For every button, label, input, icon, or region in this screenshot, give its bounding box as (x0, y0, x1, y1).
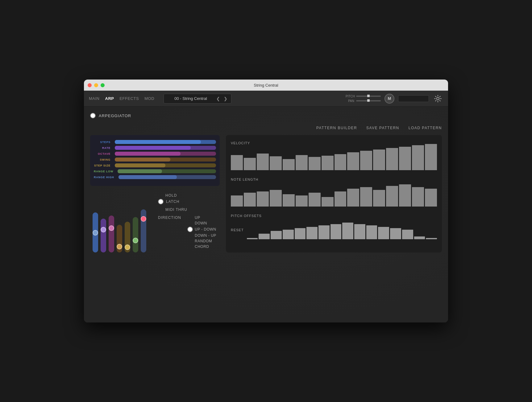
pitch-pan-area: PITCH PAN (346, 95, 381, 103)
octave-slider[interactable] (115, 152, 216, 156)
direction-section: DIRECTION UP DOWN UP - DOWN DOWN - UP (158, 215, 216, 249)
vs-steps[interactable] (93, 197, 98, 252)
notelength-chart[interactable] (231, 182, 437, 207)
dir-updown-radio[interactable] (187, 227, 193, 232)
pan-slider[interactable] (356, 100, 381, 101)
dir-chord[interactable]: CHORD (195, 244, 216, 249)
notelength-section: NOTE LENGTH (231, 176, 437, 207)
left-panel: STEPS RATE OCTAVE (90, 135, 220, 252)
arp-label: ARPEGGIATOR (99, 113, 131, 118)
macro-area[interactable] (398, 95, 429, 102)
stepsize-label: STEP SIZE (94, 164, 112, 167)
dir-up[interactable]: UP (195, 215, 216, 220)
preset-next[interactable]: ❯ (222, 96, 229, 102)
vs-swing[interactable] (117, 197, 122, 252)
traffic-lights (88, 83, 105, 87)
pitch-row: PITCH (346, 95, 381, 98)
rangehigh-slider[interactable] (118, 175, 216, 179)
direction-options: UP DOWN UP - DOWN DOWN - UP RANDOM CHORD (187, 215, 216, 249)
close-button[interactable] (88, 83, 92, 87)
midi-thru-label: MIDI THRU (165, 207, 216, 212)
notelength-label: NOTE LENGTH (231, 178, 258, 181)
swing-slider-row: SWING (94, 158, 216, 162)
vs-rangehigh[interactable] (141, 197, 146, 252)
pitch-thumb (367, 95, 370, 97)
dir-updown[interactable]: UP - DOWN (195, 227, 216, 232)
tab-main[interactable]: MAIN (89, 95, 100, 102)
pitch-section: PITCH OFFSETS RESET (231, 213, 437, 239)
pitch-row: RESET (231, 221, 437, 239)
swing-slider[interactable] (115, 158, 216, 162)
pan-thumb (367, 99, 370, 102)
sliders-section: STEPS RATE OCTAVE (90, 135, 220, 186)
vs-octave[interactable] (109, 197, 114, 252)
vs-rate[interactable] (101, 197, 106, 252)
toolbar-right: PITCH PAN M (346, 93, 443, 104)
dir-downup[interactable]: DOWN - UP (195, 233, 216, 238)
steps-label: STEPS (94, 141, 112, 144)
dir-updown-row: UP - DOWN (187, 227, 216, 232)
latch-radio[interactable] (158, 199, 164, 204)
arp-toggle-dot[interactable] (90, 113, 96, 118)
stepsize-slider[interactable] (115, 163, 216, 167)
m-button[interactable]: M (384, 94, 394, 104)
pitch-label: PITCH (346, 95, 354, 98)
velocity-label: VELOCITY (231, 141, 250, 145)
main-window: String Central MAIN ARP EFFECTS MOD 00 -… (84, 80, 448, 322)
steps-slider-row: STEPS (94, 140, 216, 144)
preset-arrows: ❮ ❯ (215, 96, 229, 102)
rate-slider-row: RATE (94, 146, 216, 150)
latch-row: LATCH (158, 199, 216, 204)
controls-right: HOLD LATCH MIDI THRU DIRECTION (158, 191, 216, 252)
content-area: ARPEGGIATOR PATTERN BUILDER SAVE PATTERN… (84, 107, 448, 322)
dir-random[interactable]: RANDOM (195, 239, 216, 243)
octave-label: OCTAVE (94, 152, 112, 155)
latch-label: LATCH (166, 199, 179, 204)
hold-label: HOLD (165, 193, 216, 198)
swing-label: SWING (94, 158, 112, 161)
arpeggiator-toggle[interactable]: ARPEGGIATOR (90, 113, 442, 118)
rangelow-slider-row: RANGE LOW (94, 169, 216, 173)
window-title: String Central (254, 83, 278, 88)
direction-label: DIRECTION (158, 215, 181, 249)
tab-arp[interactable]: ARP (105, 95, 114, 102)
rangehigh-slider-row: RANGE HIGH (94, 175, 216, 179)
pattern-buttons: PATTERN BUILDER SAVE PATTERN LOAD PATTER… (90, 126, 442, 130)
pan-row: PAN (346, 99, 381, 103)
preset-selector[interactable]: 00 - String Central ❮ ❯ (164, 94, 231, 104)
vs-rangelow[interactable] (133, 197, 138, 252)
svg-point-0 (437, 97, 439, 100)
minimize-button[interactable] (94, 83, 98, 87)
maximize-button[interactable] (101, 83, 105, 87)
stepsize-slider-row: STEP SIZE (94, 163, 216, 167)
dir-down[interactable]: DOWN (195, 221, 216, 225)
bottom-left: HOLD LATCH MIDI THRU DIRECTION (90, 186, 220, 252)
save-pattern-btn[interactable]: SAVE PATTERN (366, 126, 399, 130)
hold-section: HOLD LATCH MIDI THRU (158, 193, 216, 212)
preset-name: 00 - String Central (166, 96, 215, 101)
settings-button[interactable] (433, 93, 443, 104)
main-area: STEPS RATE OCTAVE (90, 135, 442, 252)
rate-slider[interactable] (115, 146, 216, 150)
rangelow-slider[interactable] (118, 169, 216, 173)
direction-layout: DIRECTION UP DOWN UP - DOWN DOWN - UP (158, 215, 216, 249)
reset-label[interactable]: RESET (231, 228, 244, 232)
vs-stepsize[interactable] (125, 197, 130, 252)
tab-effects[interactable]: EFFECTS (119, 95, 139, 102)
preset-prev[interactable]: ❮ (215, 96, 221, 102)
pan-label: PAN (346, 99, 354, 103)
pitch-slider[interactable] (356, 96, 381, 97)
octave-slider-row: OCTAVE (94, 152, 216, 156)
rangelow-label: RANGE LOW (94, 170, 115, 173)
vertical-sliders (90, 191, 149, 252)
right-panel: VELOCITY NOTE LENGTH PITCH OFFSETS RESET (226, 135, 442, 252)
tab-mod[interactable]: MOD (144, 95, 154, 102)
pattern-builder-btn[interactable]: PATTERN BUILDER (316, 126, 357, 130)
velocity-section: VELOCITY (231, 140, 437, 170)
pitch-chart[interactable] (247, 221, 437, 239)
velocity-chart[interactable] (231, 146, 437, 170)
load-pattern-btn[interactable]: LOAD PATTERN (409, 126, 442, 130)
steps-slider[interactable] (115, 140, 216, 144)
rangehigh-label: RANGE HIGH (94, 176, 116, 179)
nav-tabs: MAIN ARP EFFECTS MOD (89, 95, 154, 102)
